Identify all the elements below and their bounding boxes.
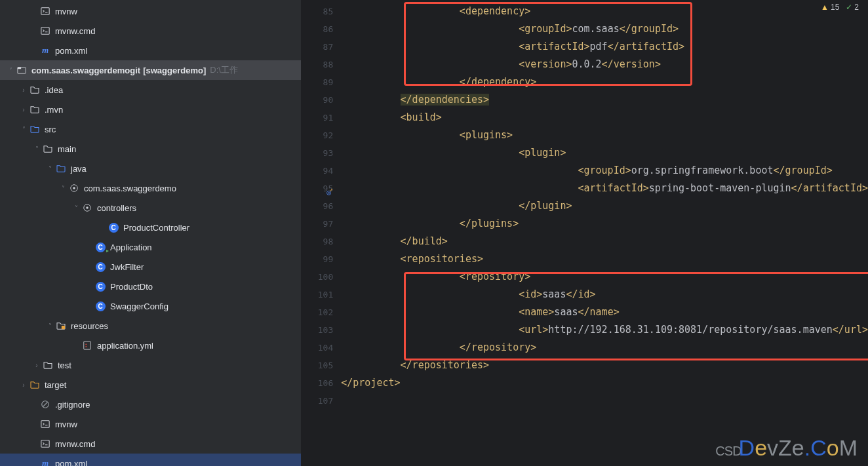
tree-item-label: application.yml: [97, 341, 153, 351]
tree-item-test[interactable]: ›test: [0, 355, 301, 375]
tree-item-pom-xml[interactable]: mpom.xml: [0, 454, 301, 466]
code-line[interactable]: <artifactId>spring-boot-maven-plugin</ar…: [341, 180, 868, 197]
chevron-icon[interactable]: ˅: [45, 322, 55, 330]
tree-item-application[interactable]: C▸Application: [0, 237, 301, 257]
tree-item--idea[interactable]: ›.idea: [0, 80, 301, 100]
project-icon: [16, 66, 28, 75]
tree-item-label: SwaggerConfig: [110, 301, 168, 311]
code-line[interactable]: </build>: [341, 233, 868, 250]
line-number[interactable]: 106: [302, 374, 333, 392]
code-line[interactable]: <plugins>: [341, 126, 868, 144]
code-line[interactable]: </dependencies>: [341, 91, 868, 109]
line-number[interactable]: 93: [302, 144, 333, 162]
tree-item-com-saas-swaggerdemogit[interactable]: ˅com.saas.swaggerdemogit[swaggerdemo]D:\…: [0, 60, 301, 80]
tree-item--mvn[interactable]: ›.mvn: [0, 100, 301, 119]
tree-item-src[interactable]: ˅src: [0, 119, 301, 139]
watermark-logo: CSDDevZe.CoM: [715, 435, 858, 461]
tree-item-productcontroller[interactable]: CProductController: [0, 218, 301, 237]
line-number[interactable]: 99: [302, 250, 333, 268]
line-number[interactable]: 107: [302, 392, 333, 410]
tree-item-swaggerconfig[interactable]: CSwaggerConfig: [0, 296, 301, 316]
code-content[interactable]: <dependency> <groupId>com.saas</groupId>…: [341, 0, 868, 466]
code-line[interactable]: </repositories>: [341, 357, 868, 374]
line-number[interactable]: 89: [302, 73, 333, 91]
ok-count: 2: [854, 3, 859, 12]
code-line[interactable]: </repository>: [341, 339, 868, 357]
line-number[interactable]: 91: [302, 109, 333, 126]
code-line[interactable]: <url>http://192.168.31.109:8081/reposito…: [341, 321, 868, 339]
warnings-indicator[interactable]: ▲ 15: [821, 3, 839, 12]
code-line[interactable]: <repository>: [341, 268, 868, 286]
line-number[interactable]: 87: [302, 38, 333, 56]
chevron-icon[interactable]: ›: [18, 87, 29, 94]
line-number[interactable]: 86: [302, 20, 333, 38]
code-line[interactable]: <build>: [341, 109, 868, 126]
line-number[interactable]: 105: [302, 357, 333, 374]
code-line[interactable]: <groupId>com.saas</groupId>: [341, 20, 868, 38]
tree-item-label: controllers: [97, 203, 136, 213]
line-number[interactable]: 101: [302, 286, 333, 303]
line-number[interactable]: 103: [302, 321, 333, 339]
code-line[interactable]: </plugin>: [341, 197, 868, 215]
code-line[interactable]: <version>0.0.2</version>: [341, 56, 868, 73]
tree-item-label: .mvn: [45, 105, 63, 115]
code-line[interactable]: <dependency>: [341, 3, 868, 20]
tree-item-mvnw-cmd[interactable]: mvnw.cmd: [0, 434, 301, 454]
code-line[interactable]: </plugins>: [341, 215, 868, 233]
code-line[interactable]: [341, 392, 868, 410]
chevron-icon[interactable]: ›: [18, 381, 29, 389]
tree-item-mvnw[interactable]: mvnw: [0, 414, 301, 434]
line-number[interactable]: 88: [302, 56, 333, 73]
chevron-icon[interactable]: ˅: [5, 67, 16, 74]
chevron-icon[interactable]: ˅: [45, 165, 55, 172]
code-line[interactable]: </project>: [341, 374, 868, 392]
tree-item-productdto[interactable]: CProductDto: [0, 277, 301, 296]
tree-item-label: ProductController: [123, 223, 189, 233]
line-number[interactable]: 94: [302, 162, 333, 180]
line-number[interactable]: 90: [302, 91, 333, 109]
code-line[interactable]: <repositories>: [341, 250, 868, 268]
line-number[interactable]: 95◎↗: [302, 180, 333, 197]
tree-item-target[interactable]: ›target: [0, 375, 301, 395]
line-number[interactable]: 100: [302, 268, 333, 286]
line-number[interactable]: 104: [302, 339, 333, 357]
tree-item-label: com.saas.swaggerdemo: [84, 184, 176, 193]
tree-item-jwkfilter[interactable]: CJwkFilter: [0, 257, 301, 277]
class-icon: C: [108, 223, 119, 233]
code-line[interactable]: <groupId>org.springframework.boot</group…: [341, 162, 868, 180]
line-number[interactable]: 96: [302, 197, 333, 215]
chevron-icon[interactable]: ›: [31, 362, 42, 369]
tree-item-application-yml[interactable]: application.yml: [0, 336, 301, 355]
inspection-status[interactable]: ▲ 15 ✓ 2: [821, 3, 859, 12]
svg-rect-9: [84, 341, 91, 349]
chevron-icon[interactable]: ˅: [71, 204, 81, 212]
code-line[interactable]: </dependency>: [341, 73, 868, 91]
chevron-icon[interactable]: ›: [18, 106, 29, 113]
line-number[interactable]: 92: [302, 126, 333, 144]
tree-item-resources[interactable]: ˅resources: [0, 316, 301, 336]
tree-item-com-saas-swaggerdemo[interactable]: ˅com.saas.swaggerdemo: [0, 178, 301, 198]
chevron-icon[interactable]: ˅: [58, 185, 68, 192]
code-line[interactable]: <name>saas</name>: [341, 303, 868, 321]
tree-item-mvnw[interactable]: mvnw: [0, 1, 301, 21]
chevron-icon[interactable]: ˅: [31, 146, 42, 153]
tree-item-pom-xml[interactable]: mpom.xml: [0, 41, 301, 60]
code-line[interactable]: <id>saas</id>: [341, 286, 868, 303]
ok-indicator[interactable]: ✓ 2: [846, 3, 859, 12]
tree-item-java[interactable]: ˅java: [0, 159, 301, 178]
code-line[interactable]: <artifactId>pdf</artifactId>: [341, 38, 868, 56]
chevron-icon[interactable]: ˅: [18, 126, 29, 133]
tree-item-label: mvnw: [55, 7, 77, 16]
line-number[interactable]: 102: [302, 303, 333, 321]
code-line[interactable]: <plugin>: [341, 144, 868, 162]
warning-count: 15: [831, 3, 839, 12]
tree-item-mvnw-cmd[interactable]: mvnw.cmd: [0, 21, 301, 41]
tree-item-controllers[interactable]: ˅controllers: [0, 198, 301, 218]
target-folder-icon: [29, 381, 41, 389]
line-number[interactable]: 98: [302, 233, 333, 250]
tree-item--gitignore[interactable]: .gitignore: [0, 395, 301, 414]
tree-item-main[interactable]: ˅main: [0, 139, 301, 159]
line-number[interactable]: 85: [302, 3, 333, 20]
svg-line-13: [43, 402, 48, 407]
line-number[interactable]: 97: [302, 215, 333, 233]
